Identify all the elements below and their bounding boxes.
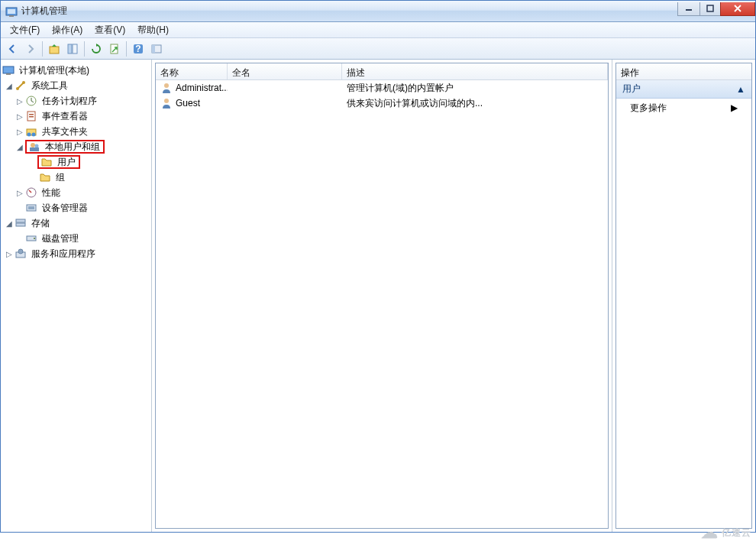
- expand-icon[interactable]: ▷: [15, 97, 25, 105]
- back-button[interactable]: [4, 40, 21, 57]
- actions-section[interactable]: 用户 ▲: [616, 80, 751, 99]
- cell-name: Administrat...: [176, 83, 228, 93]
- list-body[interactable]: Administrat... 管理计算机(域)的内置帐户 Guest 供来宾访问…: [156, 80, 608, 528]
- submenu-arrow-icon: ▶: [731, 102, 738, 113]
- window-title: 计算机管理: [21, 5, 677, 18]
- svg-rect-12: [152, 45, 155, 53]
- list-pane: 名称 全名 描述 Administrat... 管理计算机(域)的内置帐户: [155, 63, 609, 529]
- cell-name: Guest: [176, 98, 200, 109]
- users-groups-icon: [28, 141, 40, 153]
- cell-description: 供来宾访问计算机或访问域的内...: [342, 97, 608, 110]
- close-button[interactable]: [720, 2, 755, 16]
- tree-event-viewer[interactable]: ▷ 事件查看器: [1, 109, 151, 124]
- tree-users[interactable]: 用户: [1, 154, 151, 170]
- svg-point-33: [34, 238, 35, 239]
- expand-icon[interactable]: ▷: [15, 112, 25, 121]
- actions-more[interactable]: 更多操作 ▶: [616, 99, 751, 117]
- tree-storage[interactable]: ◢ 存储: [1, 215, 151, 231]
- tree-disk-management[interactable]: 磁盘管理: [1, 231, 151, 246]
- toolbar-separator: [84, 41, 85, 57]
- help-button[interactable]: ?: [130, 40, 147, 57]
- actions-pane-container: 操作 用户 ▲ 更多操作 ▶: [612, 60, 755, 532]
- tree-local-users-groups[interactable]: ◢ 本地用户和组: [1, 139, 151, 154]
- collapse-icon[interactable]: ◢: [15, 143, 25, 151]
- col-name[interactable]: 名称: [156, 63, 228, 79]
- disk-icon: [25, 232, 37, 245]
- storage-icon: [15, 217, 27, 229]
- svg-rect-7: [73, 44, 77, 53]
- toolbar-separator: [42, 41, 43, 57]
- tree-root[interactable]: 计算机管理(本地): [1, 63, 151, 78]
- watermark: ☁ 亿速云: [701, 523, 751, 541]
- menu-action[interactable]: 操作(A): [46, 22, 89, 38]
- tree-performance[interactable]: ▷ 性能: [1, 185, 151, 200]
- tree-shared-folders[interactable]: ▷ 共享文件夹: [1, 124, 151, 139]
- col-fullname[interactable]: 全名: [228, 63, 342, 79]
- export-button[interactable]: [106, 40, 123, 57]
- user-icon: [160, 82, 173, 94]
- tree-system-tools[interactable]: ◢ 系统工具: [1, 78, 151, 93]
- list-pane-container: 名称 全名 描述 Administrat... 管理计算机(域)的内置帐户: [152, 60, 612, 532]
- svg-point-15: [16, 87, 19, 90]
- tree-services-apps[interactable]: ▷ 服务和应用程序: [1, 246, 151, 261]
- cloud-icon: ☁: [701, 523, 719, 541]
- svg-rect-6: [68, 44, 72, 53]
- actions-pane: 操作 用户 ▲ 更多操作 ▶: [615, 63, 752, 529]
- minimize-button[interactable]: [677, 2, 700, 16]
- col-description[interactable]: 描述: [342, 63, 608, 79]
- svg-point-22: [27, 133, 31, 137]
- list-row[interactable]: Guest 供来宾访问计算机或访问域的内...: [156, 96, 608, 111]
- svg-point-16: [22, 81, 25, 84]
- collapse-up-icon: ▲: [736, 84, 745, 95]
- svg-rect-4: [707, 5, 713, 11]
- services-icon: [15, 248, 27, 260]
- collapse-icon[interactable]: ◢: [4, 82, 15, 90]
- collapse-icon[interactable]: ◢: [4, 219, 15, 228]
- svg-point-37: [164, 99, 169, 103]
- svg-rect-14: [6, 73, 11, 75]
- svg-point-25: [35, 144, 39, 148]
- svg-rect-5: [50, 47, 59, 53]
- tree-device-manager[interactable]: 设备管理器: [1, 200, 151, 215]
- svg-rect-31: [16, 223, 25, 226]
- actions-title: 操作: [616, 63, 751, 80]
- tree-pane[interactable]: 计算机管理(本地) ◢ 系统工具 ▷ 任务计划程序 ▷ 事件查看器: [1, 60, 152, 532]
- event-icon: [25, 110, 37, 122]
- toolbar-separator: [126, 41, 127, 57]
- properties-button[interactable]: [64, 40, 81, 57]
- refresh-button[interactable]: [88, 40, 105, 57]
- svg-rect-29: [28, 206, 34, 209]
- menu-file[interactable]: 文件(F): [4, 22, 46, 38]
- tree-groups[interactable]: 组: [1, 170, 151, 185]
- title-bar: 计算机管理: [1, 1, 755, 22]
- up-button[interactable]: [46, 40, 63, 57]
- expand-icon[interactable]: ▷: [15, 128, 25, 136]
- maximize-button[interactable]: [699, 2, 721, 16]
- svg-point-36: [164, 83, 169, 88]
- svg-rect-13: [3, 66, 14, 73]
- expand-icon[interactable]: ▷: [4, 250, 15, 258]
- shared-folder-icon: [25, 125, 37, 138]
- folder-icon: [40, 156, 53, 168]
- show-hide-button[interactable]: [148, 40, 165, 57]
- svg-text:?: ?: [135, 44, 141, 54]
- svg-rect-3: [686, 9, 692, 11]
- user-icon: [160, 97, 173, 109]
- menu-view[interactable]: 查看(V): [89, 22, 131, 38]
- computer-mgmt-icon: [2, 64, 15, 76]
- tree-task-scheduler[interactable]: ▷ 任务计划程序: [1, 93, 151, 109]
- svg-rect-26: [30, 147, 39, 151]
- menu-help[interactable]: 帮助(H): [131, 22, 175, 38]
- performance-icon: [25, 186, 37, 199]
- device-icon: [25, 202, 37, 214]
- menu-bar: 文件(F) 操作(A) 查看(V) 帮助(H): [1, 22, 755, 38]
- folder-icon: [39, 171, 51, 183]
- svg-point-24: [31, 143, 35, 147]
- svg-rect-20: [29, 116, 34, 118]
- svg-rect-2: [9, 15, 14, 17]
- list-row[interactable]: Administrat... 管理计算机(域)的内置帐户: [156, 80, 608, 96]
- svg-rect-30: [16, 219, 25, 222]
- expand-icon[interactable]: ▷: [15, 189, 25, 197]
- forward-button[interactable]: [22, 40, 39, 57]
- cell-description: 管理计算机(域)的内置帐户: [342, 82, 608, 95]
